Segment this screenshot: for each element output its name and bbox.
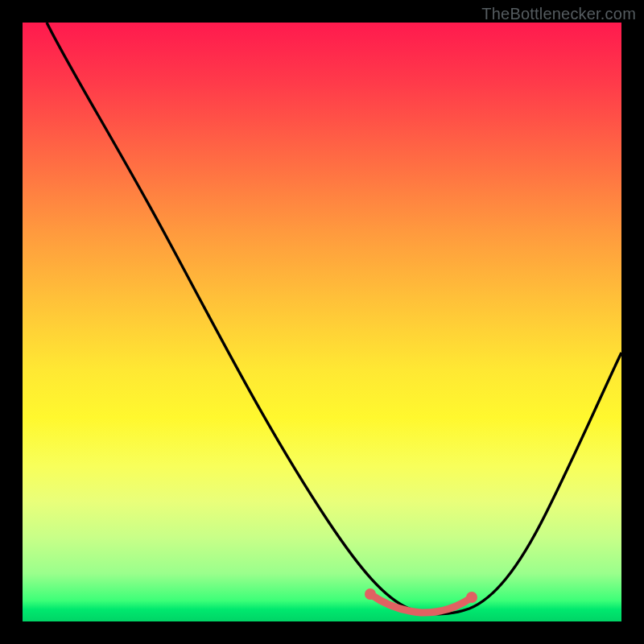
curve-svg	[23, 23, 621, 621]
optimal-zone-start-dot	[365, 588, 376, 600]
watermark-text: TheBottlenecker.com	[481, 5, 636, 23]
optimal-zone-end-dot	[466, 592, 477, 603]
optimal-zone-band	[370, 594, 472, 613]
chart-frame: TheBottlenecker.com	[0, 0, 644, 644]
plot-gradient-area	[23, 23, 621, 621]
bottleneck-curve	[47, 23, 621, 614]
